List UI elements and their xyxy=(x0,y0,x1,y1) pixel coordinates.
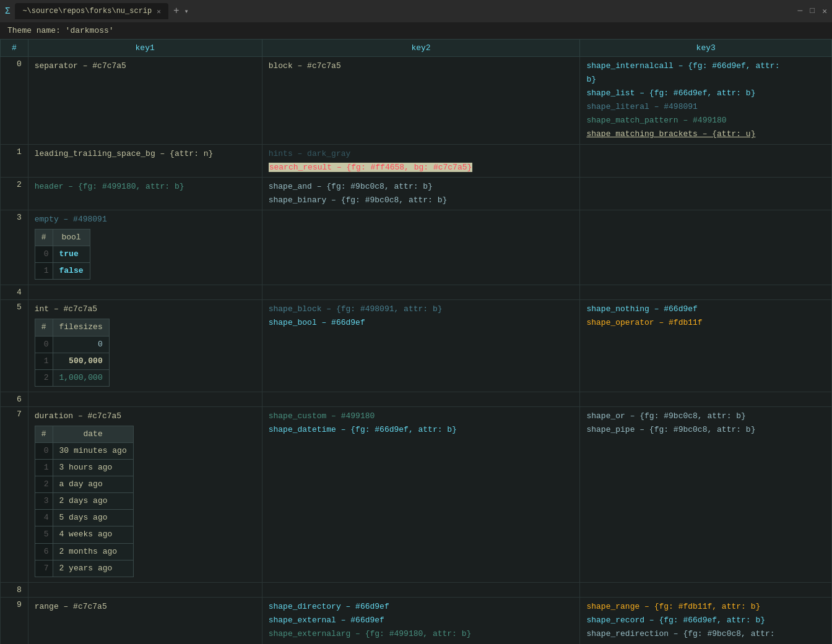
inner-row-5-val: 4 weeks ago xyxy=(53,526,133,543)
inner-row-5-num: 5 xyxy=(35,526,53,543)
row-0-col3: shape_internalcall – {fg: #66d9ef, attr:… xyxy=(580,57,832,145)
inner-row-0-num: 0 xyxy=(35,246,53,263)
row-9-col1: range – #c7c7a5 xyxy=(28,597,262,644)
table-row: 8 xyxy=(1,582,832,597)
row-6-col1 xyxy=(28,392,262,406)
row-0-col2: block – #c7c7a5 xyxy=(262,57,580,145)
table-row: 4 xyxy=(1,285,832,300)
inner-row-2-num: 2 xyxy=(35,369,53,386)
row-2-col3 xyxy=(580,177,832,210)
inner-row-4-num: 4 xyxy=(35,510,53,526)
row-7-col3: shape_or – {fg: #9bc0c8, attr: b} shape_… xyxy=(580,406,832,582)
row-num: 9 xyxy=(1,597,28,644)
inner-row-7-val: 2 years ago xyxy=(53,560,133,577)
row-8-col2 xyxy=(262,582,580,597)
row-8-col1 xyxy=(28,582,262,597)
inner-row-0-num: 0 xyxy=(35,336,53,353)
inner-row-1-val: 3 hours ago xyxy=(53,460,133,476)
inner-row-1-val: false xyxy=(53,263,90,280)
terminal-icon: Σ xyxy=(5,6,10,16)
row-num: 8 xyxy=(1,582,28,597)
row-7-col2: shape_custom – #499180 shape_datetime – … xyxy=(262,406,580,582)
inner-th-hash: # xyxy=(35,426,53,442)
row-6-col2 xyxy=(262,392,580,406)
titlebar: Σ ~\source\repos\forks\nu_scrip ✕ + ▾ ─ … xyxy=(0,0,832,22)
inner-th-date: date xyxy=(53,426,133,442)
filesizes-table: # filesizes 0 0 1 500,000 2 1,000,000 xyxy=(35,319,110,386)
table-row: 1 leading_trailing_space_bg – {attr: n} … xyxy=(1,144,832,177)
minimize-button[interactable]: ─ xyxy=(798,6,803,16)
row-9-col3: shape_range – {fg: #fdb11f, attr: b} sha… xyxy=(580,597,832,644)
row-4-col2 xyxy=(262,285,580,300)
row-7-col1: duration – #c7c7a5 # date 0 30 minutes a… xyxy=(28,406,262,582)
inner-row-0-val: true xyxy=(53,246,90,263)
row-2-col1: header – {fg: #499180, attr: b} xyxy=(28,177,262,210)
row-1-col2: hints – dark_gray search_result – {fg: #… xyxy=(262,144,580,177)
inner-row-7-num: 7 xyxy=(35,560,53,577)
row-num: 2 xyxy=(1,177,28,210)
table-row: 9 range – #c7c7a5 shape_directory – #66d… xyxy=(1,597,832,644)
col-header-num: # xyxy=(1,40,28,57)
table-row: 6 xyxy=(1,392,832,406)
tab-main[interactable]: ~\source\repos\forks\nu_scrip ✕ xyxy=(15,3,168,19)
dropdown-button[interactable]: ▾ xyxy=(184,7,188,16)
table-row: 3 empty – #498091 # bool 0 true 1 false xyxy=(1,210,832,285)
row-num: 0 xyxy=(1,57,28,145)
row-8-col3 xyxy=(580,582,832,597)
inner-th-hash: # xyxy=(35,230,53,246)
close-button[interactable]: ✕ xyxy=(822,6,827,16)
maximize-button[interactable]: □ xyxy=(810,6,815,16)
inner-th-bool: bool xyxy=(53,230,90,246)
row-0-col1: separator – #c7c7a5 xyxy=(28,57,262,145)
inner-row-4-val: 5 days ago xyxy=(53,510,133,526)
row-1-col1: leading_trailing_space_bg – {attr: n} xyxy=(28,144,262,177)
inner-row-3-num: 3 xyxy=(35,493,53,510)
row-5-col3: shape_nothing – #66d9ef shape_operator –… xyxy=(580,300,832,392)
row-1-col3 xyxy=(580,144,832,177)
inner-row-2-val: 1,000,000 xyxy=(53,369,109,386)
row-num: 5 xyxy=(1,300,28,392)
theme-line: Theme name: 'darkmoss' xyxy=(0,22,832,39)
col-header-key2: key2 xyxy=(262,40,580,57)
row-3-col1: empty – #498091 # bool 0 true 1 false xyxy=(28,210,262,285)
row-3-col2 xyxy=(262,210,580,285)
inner-row-0-num: 0 xyxy=(35,442,53,459)
table-row: 5 int – #c7c7a5 # filesizes 0 0 1 500,00 xyxy=(1,300,832,392)
row-num: 4 xyxy=(1,285,28,300)
row-9-col2: shape_directory – #66d9ef shape_external… xyxy=(262,597,580,644)
inner-row-1-num: 1 xyxy=(35,460,53,476)
col-header-key1: key1 xyxy=(28,40,262,57)
table-row: 7 duration – #c7c7a5 # date 0 30 minutes… xyxy=(1,406,832,582)
inner-row-2-val: a day ago xyxy=(53,476,133,493)
date-table: # date 0 30 minutes ago 1 3 hours ago 2 … xyxy=(35,426,134,577)
inner-row-0-val: 0 xyxy=(53,336,109,353)
inner-row-3-val: 2 days ago xyxy=(53,493,133,510)
table-row: 0 separator – #c7c7a5 block – #c7c7a5 sh… xyxy=(1,57,832,145)
inner-th-filesizes: filesizes xyxy=(53,319,109,336)
inner-th-hash: # xyxy=(35,319,53,336)
inner-row-0-val: 30 minutes ago xyxy=(53,442,133,459)
bool-table: # bool 0 true 1 false xyxy=(35,229,90,280)
row-3-col3 xyxy=(580,210,832,285)
tab-close-button[interactable]: ✕ xyxy=(157,7,161,15)
table-row: 2 header – {fg: #499180, attr: b} shape_… xyxy=(1,177,832,210)
row-num: 7 xyxy=(1,406,28,582)
row-2-col2: shape_and – {fg: #9bc0c8, attr: b} shape… xyxy=(262,177,580,210)
row-num: 6 xyxy=(1,392,28,406)
tab-label: ~\source\repos\forks\nu_scrip xyxy=(22,7,152,15)
window-controls: ─ □ ✕ xyxy=(798,6,827,16)
row-5-col1: int – #c7c7a5 # filesizes 0 0 1 500,000 xyxy=(28,300,262,392)
inner-row-6-num: 6 xyxy=(35,543,53,560)
row-6-col3 xyxy=(580,392,832,406)
col-header-key3: key3 xyxy=(580,40,832,57)
new-tab-button[interactable]: + xyxy=(173,6,180,17)
inner-row-6-val: 2 months ago xyxy=(53,543,133,560)
inner-row-1-val: 500,000 xyxy=(53,353,109,369)
row-num: 3 xyxy=(1,210,28,285)
inner-row-1-num: 1 xyxy=(35,353,53,369)
inner-row-1-num: 1 xyxy=(35,263,53,280)
row-5-col2: shape_block – {fg: #498091, attr: b} sha… xyxy=(262,300,580,392)
data-table: # key1 key2 key3 0 separator – #c7c7a5 b… xyxy=(0,39,832,644)
row-4-col1 xyxy=(28,285,262,300)
inner-row-2-num: 2 xyxy=(35,476,53,493)
